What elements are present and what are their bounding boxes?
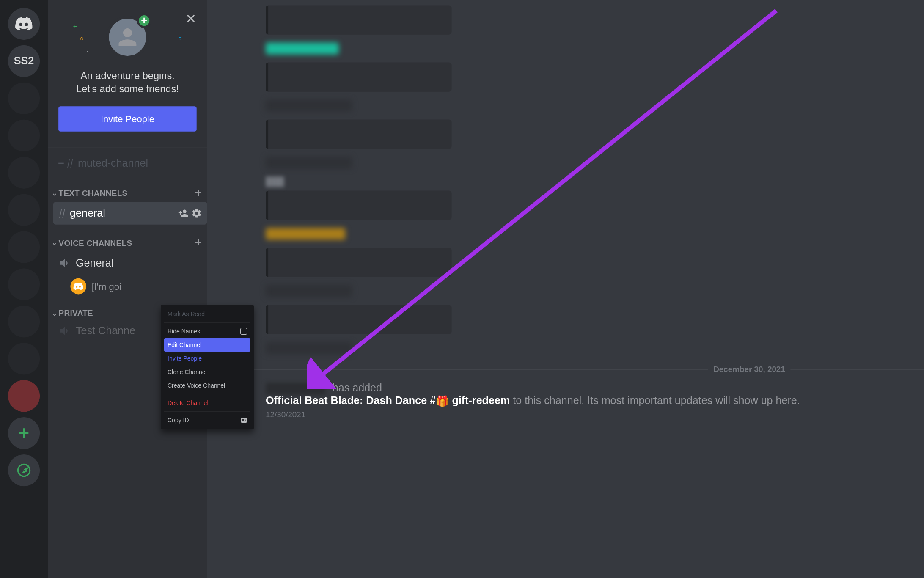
voice-user-name: [I'm goi xyxy=(92,281,121,292)
gift-emoji-icon: 🎁 xyxy=(436,395,449,407)
hash-icon: # xyxy=(66,156,74,171)
id-badge-icon: ID xyxy=(241,418,247,423)
server-icon-blurred[interactable] xyxy=(8,380,40,412)
embed-block xyxy=(266,191,452,220)
system-text: has added xyxy=(333,382,382,394)
add-channel-icon[interactable]: + xyxy=(195,186,202,200)
embed-title-blurred xyxy=(266,342,352,354)
home-button[interactable] xyxy=(8,8,40,40)
followed-server-name[interactable]: Official Beat Blade: Dash Dance # xyxy=(266,394,436,406)
category-label: PRIVATE xyxy=(59,308,94,317)
system-text-tail: to this channel. Its most important upda… xyxy=(513,394,800,406)
embed-title-blurred xyxy=(266,228,345,240)
invite-card-line1: An adventure begins. xyxy=(58,69,197,82)
server-ss2[interactable]: SS2 xyxy=(8,45,40,77)
menu-copy-id[interactable]: Copy ID ID xyxy=(164,413,250,427)
add-channel-icon[interactable]: + xyxy=(195,236,202,250)
voice-user[interactable]: [I'm goi xyxy=(48,275,207,297)
chevron-down-icon: ⌄ xyxy=(52,309,57,317)
text-channels-category[interactable]: ⌄ TEXT CHANNELS + xyxy=(48,175,207,201)
close-icon[interactable]: ✕ xyxy=(185,11,197,27)
embed-title-blurred xyxy=(266,100,352,112)
server-icon-blurred[interactable] xyxy=(8,231,40,263)
message-timestamp: 12/30/2021 xyxy=(266,410,924,419)
author-redacted xyxy=(266,383,325,394)
channel-context-menu: Mark As Read Hide Names Edit Channel Inv… xyxy=(161,305,254,429)
channel-name: general xyxy=(70,207,105,219)
menu-hide-names[interactable]: Hide Names xyxy=(164,325,250,338)
server-icon-blurred[interactable] xyxy=(8,306,40,337)
thread-bar-icon xyxy=(58,163,64,164)
sparkle-icon: + xyxy=(73,22,77,30)
invite-friends-card: ✕ + ○ · · ○ + An adventure begins. Let's… xyxy=(48,0,207,142)
channel-name: General xyxy=(76,257,113,269)
category-label: VOICE CHANNELS xyxy=(59,238,132,248)
channel-name: Test Channe xyxy=(76,325,135,337)
embed-block xyxy=(266,248,452,277)
invite-card-line2: Let's add some friends! xyxy=(58,83,197,96)
channel-name: muted-channel xyxy=(78,157,148,169)
chevron-down-icon: ⌄ xyxy=(52,239,57,246)
menu-mark-as-read: Mark As Read xyxy=(164,307,250,321)
embed-title-blurred xyxy=(266,285,352,297)
embed-block xyxy=(266,120,452,149)
text-blurred: ███ xyxy=(266,177,924,187)
embed-title-blurred xyxy=(266,157,352,169)
sparkle-icon: ○ xyxy=(80,35,83,42)
followed-channel-name[interactable]: gift-redeem xyxy=(449,394,510,406)
user-avatar-icon xyxy=(70,278,86,295)
server-icon-blurred[interactable] xyxy=(8,268,40,300)
voice-channels-category[interactable]: ⌄ VOICE CHANNELS + xyxy=(48,225,207,251)
create-invite-icon[interactable] xyxy=(178,208,189,218)
chevron-down-icon: ⌄ xyxy=(52,189,57,196)
server-icon-blurred[interactable] xyxy=(8,120,40,151)
server-icon-blurred[interactable] xyxy=(8,194,40,226)
plus-badge-icon: + xyxy=(137,13,151,28)
guild-sidebar: SS2 + xyxy=(0,0,48,578)
checkbox-icon xyxy=(240,328,247,335)
add-server-button[interactable]: + xyxy=(8,417,40,449)
chat-area: ███ December 30, 2021 has added Official… xyxy=(207,0,924,578)
embed-block xyxy=(266,6,452,35)
sparkle-icon: · · xyxy=(86,48,92,55)
menu-edit-channel[interactable]: Edit Channel xyxy=(164,338,250,352)
gear-icon[interactable] xyxy=(191,208,202,218)
embed-block xyxy=(266,63,452,92)
invite-people-button[interactable]: Invite People xyxy=(58,106,197,132)
channel-sidebar: ✕ + ○ · · ○ + An adventure begins. Let's… xyxy=(48,0,207,578)
message-list[interactable]: ███ December 30, 2021 has added Official… xyxy=(207,0,924,578)
server-icon-blurred[interactable] xyxy=(8,157,40,189)
date-label: December 30, 2021 xyxy=(708,365,791,374)
explore-servers-button[interactable] xyxy=(8,454,40,486)
sparkle-icon: ○ xyxy=(178,35,182,42)
menu-create-voice-channel[interactable]: Create Voice Channel xyxy=(164,379,250,392)
server-icon-blurred[interactable] xyxy=(8,343,40,374)
embed-block xyxy=(266,305,452,334)
menu-clone-channel[interactable]: Clone Channel xyxy=(164,365,250,379)
menu-delete-channel[interactable]: Delete Channel xyxy=(164,396,250,410)
speaker-icon xyxy=(58,256,72,270)
channel-general[interactable]: # general xyxy=(53,202,207,224)
date-divider: December 30, 2021 xyxy=(218,365,924,374)
speaker-icon xyxy=(58,324,72,337)
server-icon-blurred[interactable] xyxy=(8,83,40,114)
category-label: TEXT CHANNELS xyxy=(59,188,128,198)
voice-channel-general[interactable]: General xyxy=(53,252,207,274)
embed-title-blurred xyxy=(266,42,339,54)
menu-invite-people[interactable]: Invite People xyxy=(164,352,250,365)
hash-icon: # xyxy=(58,206,66,221)
channel-muted[interactable]: # muted-channel xyxy=(53,152,207,175)
system-message: has added Official Beat Blade: Dash Danc… xyxy=(218,379,924,422)
